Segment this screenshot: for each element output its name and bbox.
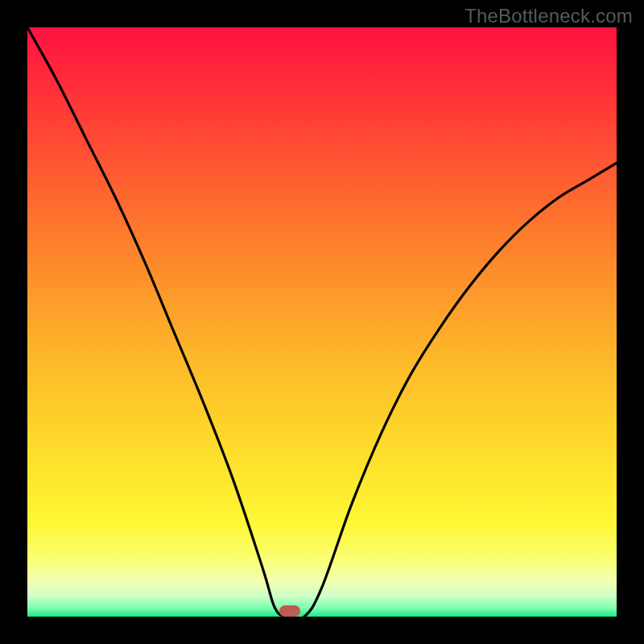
chart-frame: TheBottleneck.com (0, 0, 644, 644)
bottleneck-curve (27, 27, 617, 617)
watermark-text: TheBottleneck.com (464, 5, 633, 27)
plot-area (27, 27, 617, 617)
minimum-marker (279, 605, 300, 617)
